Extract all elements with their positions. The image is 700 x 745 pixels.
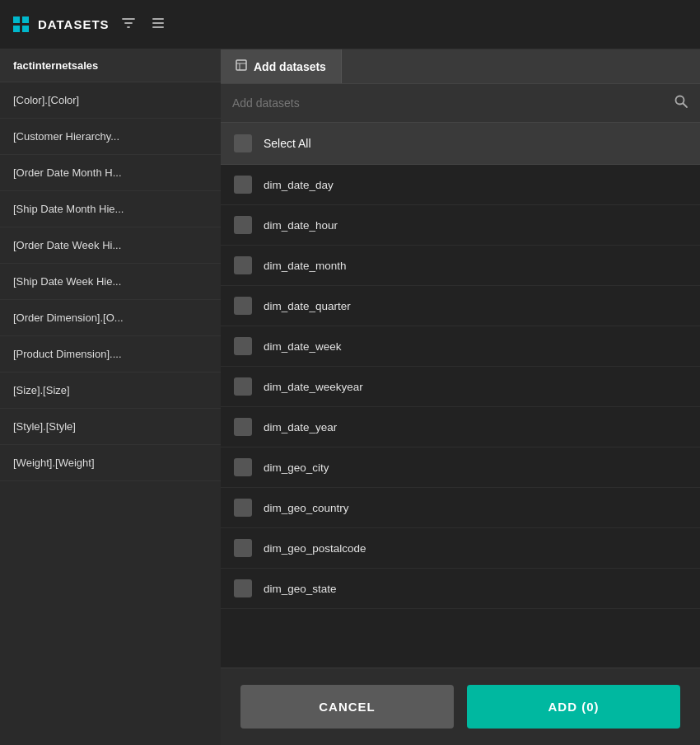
svg-rect-0 (152, 18, 164, 20)
dataset-list: dim_date_day dim_date_hour dim_date_mont… (221, 165, 700, 668)
item-checkbox-6[interactable] (234, 418, 252, 436)
header-title: DATASETS (38, 17, 110, 31)
sidebar-item-weight[interactable]: [Weight].[Weight] (0, 445, 221, 481)
item-checkbox-10[interactable] (234, 579, 252, 597)
item-checkbox-2[interactable] (234, 256, 252, 274)
sidebar-item-ship-date-month[interactable]: [Ship Date Month Hie... (0, 191, 221, 227)
list-item[interactable]: dim_date_weekyear (221, 367, 700, 407)
dataset-name-5: dim_date_weekyear (264, 381, 363, 393)
item-checkbox-1[interactable] (234, 216, 252, 234)
dataset-name-8: dim_geo_country (264, 502, 349, 514)
dataset-name-7: dim_geo_city (264, 462, 329, 474)
list-item[interactable]: dim_date_quarter (221, 286, 700, 326)
list-item[interactable]: dim_date_month (221, 246, 700, 286)
sidebar-item-style[interactable]: [Style].[Style] (0, 409, 221, 445)
search-icon (674, 94, 688, 112)
sidebar-item-ship-date-week[interactable]: [Ship Date Week Hie... (0, 264, 221, 300)
sidebar-item-size[interactable]: [Size].[Size] (0, 372, 221, 409)
list-item[interactable]: dim_date_hour (221, 205, 700, 246)
search-bar (221, 84, 700, 123)
list-item[interactable]: dim_geo_country (221, 488, 700, 528)
list-item[interactable]: dim_date_day (221, 165, 700, 205)
dataset-name-2: dim_date_month (264, 260, 347, 272)
list-item[interactable]: dim_date_year (221, 407, 700, 447)
filter-icon[interactable] (118, 12, 139, 37)
cancel-button[interactable]: CANCEL (240, 685, 454, 729)
item-checkbox-5[interactable] (234, 377, 252, 396)
search-input[interactable] (232, 96, 667, 110)
list-item[interactable]: dim_geo_state (221, 569, 700, 609)
list-item[interactable]: dim_date_week (221, 326, 700, 367)
list-item[interactable]: dim_geo_postalcode (221, 528, 700, 569)
dataset-name-0: dim_date_day (264, 179, 334, 191)
item-checkbox-4[interactable] (234, 337, 252, 355)
panel-tab: Add datasets (221, 49, 700, 84)
item-checkbox-0[interactable] (234, 176, 252, 194)
item-checkbox-9[interactable] (234, 539, 252, 557)
add-datasets-tab[interactable]: Add datasets (221, 49, 342, 83)
main-panel: Add datasets Select All (221, 49, 700, 745)
content-area: factinternetsales [Color].[Color] [Custo… (0, 49, 700, 745)
select-all-label: Select All (264, 137, 311, 150)
sidebar-item-order-date-week[interactable]: [Order Date Week Hi... (0, 227, 221, 264)
svg-line-7 (684, 104, 688, 108)
add-button[interactable]: ADD (0) (467, 685, 680, 729)
sidebar-item-customer[interactable]: [Customer Hierarchy... (0, 119, 221, 155)
dataset-name-10: dim_geo_state (264, 583, 337, 595)
dataset-name-3: dim_date_quarter (264, 300, 351, 312)
dataset-name-6: dim_date_year (264, 421, 337, 433)
sidebar-active-dataset: factinternetsales (0, 49, 221, 82)
tab-dataset-icon (236, 59, 247, 73)
dataset-name-4: dim_date_week (264, 340, 342, 353)
header-bar: DATASETS (0, 0, 700, 49)
svg-rect-2 (152, 26, 164, 28)
item-checkbox-7[interactable] (234, 458, 252, 476)
datasets-grid-icon (13, 16, 30, 33)
footer: CANCEL ADD (0) (221, 668, 700, 745)
tab-label: Add datasets (254, 60, 326, 73)
select-all-checkbox[interactable] (234, 134, 252, 152)
sidebar-item-order-date-month[interactable]: [Order Date Month H... (0, 155, 221, 191)
svg-rect-3 (236, 60, 246, 70)
select-all-row[interactable]: Select All (221, 123, 700, 165)
dataset-name-1: dim_date_hour (264, 219, 338, 232)
sidebar-item-product-dimension[interactable]: [Product Dimension].... (0, 336, 221, 372)
item-checkbox-3[interactable] (234, 297, 252, 315)
sidebar: factinternetsales [Color].[Color] [Custo… (0, 49, 221, 745)
sidebar-item-order-dimension[interactable]: [Order Dimension].[O... (0, 300, 221, 336)
sidebar-item-color[interactable]: [Color].[Color] (0, 82, 221, 119)
main-container: DATASETS factinternetsales [Color].[Colo… (0, 0, 700, 745)
menu-icon[interactable] (147, 12, 169, 37)
dataset-name-9: dim_geo_postalcode (264, 542, 366, 555)
svg-rect-1 (152, 22, 164, 24)
item-checkbox-8[interactable] (234, 499, 252, 517)
list-item[interactable]: dim_geo_city (221, 447, 700, 488)
